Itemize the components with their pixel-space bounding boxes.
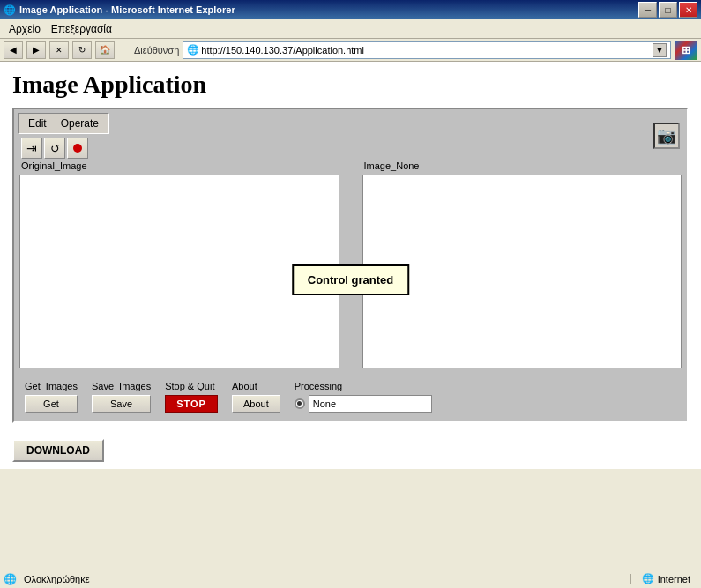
minimize-button[interactable]: ─	[638, 2, 657, 18]
address-url[interactable]: http://150.140.130.37/Application.html	[201, 45, 653, 56]
close-button[interactable]: ✕	[679, 2, 697, 18]
app-toolbar-row: Edit Operate ⇥ ↺ 📷	[18, 113, 683, 159]
processing-label: Processing	[295, 381, 432, 391]
toolbar-btn-2[interactable]: ↺	[44, 138, 65, 159]
get-images-label: Get_Images	[25, 381, 78, 391]
processed-image-canvas	[362, 175, 682, 368]
control-granted-text: Control granted	[292, 264, 410, 295]
stop-group: Stop & Quit STOP	[165, 381, 218, 413]
home-button[interactable]: 🏠	[95, 41, 115, 59]
browser-menu-bar: Αρχείο Επεξεργασία	[0, 19, 701, 39]
toolbar-btn-record[interactable]	[67, 138, 88, 159]
processed-image-label: Image_None	[361, 159, 684, 173]
bottom-controls: Get_Images Get Save_Images Save Stop & Q…	[18, 376, 683, 418]
window-icon: 🌐	[4, 4, 16, 16]
record-icon	[73, 144, 82, 153]
zone-icon: 🌐	[642, 573, 654, 584]
forward-button[interactable]: ▶	[26, 41, 46, 59]
processing-radio[interactable]	[295, 398, 305, 409]
toolbar-btn-1[interactable]: ⇥	[21, 138, 42, 159]
get-button[interactable]: Get	[25, 395, 78, 413]
back-button[interactable]: ◀	[4, 41, 23, 59]
window-title: Image Application - Microsoft Internet E…	[19, 4, 235, 15]
address-url-icon: 🌐	[187, 44, 199, 56]
save-images-group: Save_Images Save	[92, 381, 151, 413]
stop-label: Stop & Quit	[165, 381, 218, 391]
app-menu-operate[interactable]: Operate	[55, 115, 105, 131]
app-menu-bar: Edit Operate	[18, 113, 109, 134]
address-bar: ◀ ▶ ✕ ↻ 🏠 Διεύθυνση 🌐 http://150.140.130…	[0, 39, 701, 62]
save-images-label: Save_Images	[92, 381, 151, 391]
original-image-label: Original_Image	[18, 159, 341, 173]
app-panel: Edit Operate ⇥ ↺ 📷	[12, 108, 689, 423]
status-zone: 🌐 Internet	[635, 573, 697, 584]
menu-item-edit[interactable]: Επεξεργασία	[46, 21, 117, 37]
camera-button[interactable]: 📷	[653, 123, 680, 149]
address-go-btn[interactable]: ▼	[653, 43, 667, 57]
processing-row	[295, 395, 432, 413]
about-label: About	[232, 381, 280, 391]
app-toolbar-buttons: ⇥ ↺	[18, 138, 109, 159]
main-content: Image Application Edit Operate ⇥ ↺	[0, 62, 701, 432]
menu-item-file[interactable]: Αρχείο	[4, 21, 46, 37]
maximize-button[interactable]: □	[659, 2, 677, 18]
address-label: Διεύθυνση	[134, 45, 179, 56]
status-icon: 🌐	[4, 573, 17, 585]
page-title: Image Application	[12, 71, 689, 99]
processing-input[interactable]	[309, 395, 432, 413]
status-bar: 🌐 Ολοκληρώθηκε 🌐 Internet	[0, 569, 701, 588]
title-bar-left: 🌐 Image Application - Microsoft Internet…	[4, 4, 235, 16]
about-group: About About	[232, 381, 280, 413]
processing-group: Processing	[295, 381, 432, 413]
title-bar: 🌐 Image Application - Microsoft Internet…	[0, 0, 701, 19]
toolbar-left: Edit Operate ⇥ ↺	[18, 113, 109, 159]
stop-button[interactable]: ✕	[49, 41, 69, 59]
download-button[interactable]: DOWNLOAD	[12, 439, 104, 462]
images-container: Original_Image Image_None Control grante…	[18, 159, 683, 370]
windows-flag: ⊞	[675, 41, 697, 60]
title-bar-controls: ─ □ ✕	[638, 2, 697, 18]
save-button[interactable]: Save	[92, 395, 151, 413]
download-bar: DOWNLOAD	[0, 432, 701, 469]
refresh-button[interactable]: ↻	[72, 41, 92, 59]
status-text: Ολοκληρώθηκε	[20, 574, 631, 584]
app-menu-edit[interactable]: Edit	[22, 115, 53, 131]
get-images-group: Get_Images Get	[25, 381, 78, 413]
about-button[interactable]: About	[232, 395, 280, 413]
zone-text: Internet	[658, 574, 690, 584]
stop-button[interactable]: STOP	[165, 395, 218, 413]
